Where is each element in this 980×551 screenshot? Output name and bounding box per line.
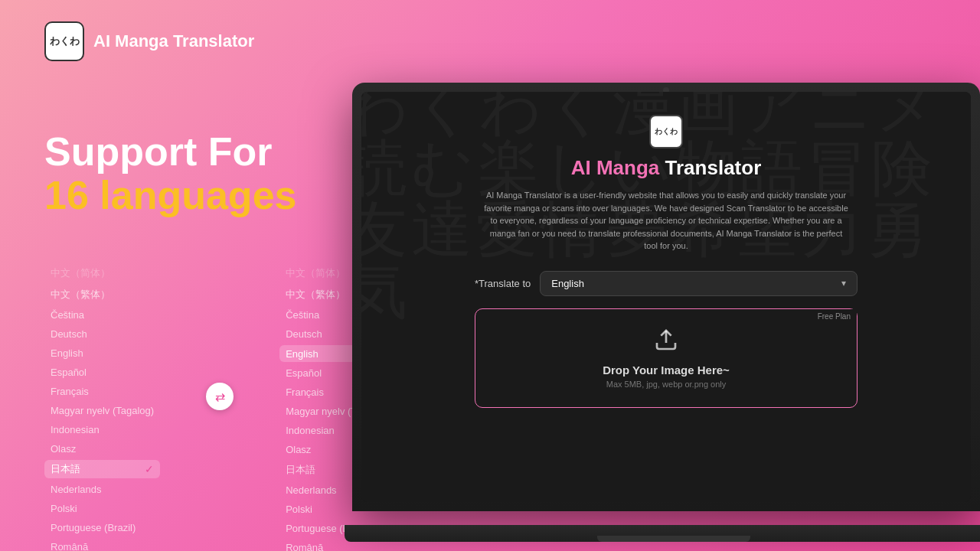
laptop-screen: わくわ AI Manga Translator AI Manga Transla… [361, 92, 971, 502]
laptop-mockup: わくわ AI Manga Translator AI Manga Transla… [352, 83, 980, 542]
laptop-screen-bezel: わくわ AI Manga Translator AI Manga Transla… [352, 83, 980, 511]
swap-button[interactable]: ⇄ [206, 383, 234, 410]
list-item[interactable]: Español [44, 364, 160, 380]
list-item[interactable]: Română [44, 539, 160, 551]
list-item[interactable]: 中文（简体） [44, 264, 160, 282]
drop-zone-text: Drop Your Image Here~ [603, 364, 730, 377]
list-item[interactable]: Nederlands [44, 481, 160, 497]
chevron-down-icon: ▾ [841, 278, 846, 289]
screen-title-white: Translator [665, 156, 762, 179]
logo-icon: わくわ [44, 21, 84, 61]
screen-app-title: AI Manga Translator [571, 156, 762, 180]
list-item[interactable]: Portuguese (Brazil) [44, 520, 160, 536]
logo-text: わくわ [50, 34, 80, 48]
language-column-1: 中文（简体）中文（繁体）ČeštinaDeutschEnglishEspañol… [44, 264, 160, 551]
app-name: AI Manga Translator [93, 31, 254, 51]
translate-label: *Translate to [475, 278, 531, 289]
list-item[interactable]: 中文（繁体） [44, 285, 160, 304]
language-dropdown[interactable]: English ▾ [540, 271, 858, 296]
language-lists: 中文（简体）中文（繁体）ČeštinaDeutschEnglishEspañol… [44, 264, 395, 551]
hero-section: Support For 16 languages [44, 130, 296, 217]
support-for-text: Support For [44, 130, 296, 174]
list-item[interactable]: Olasz [44, 441, 160, 457]
screen-content: わくわ AI Manga Translator AI Manga Transla… [361, 92, 971, 502]
selected-language: English [551, 278, 584, 289]
translate-row: *Translate to English ▾ [475, 271, 858, 296]
laptop-base [345, 525, 980, 542]
screen-title-pink: AI Manga [571, 156, 660, 179]
free-plan-badge: Free Plan [812, 309, 857, 324]
header: わくわ AI Manga Translator [44, 21, 254, 61]
image-drop-zone[interactable]: Free Plan Drop Your Image Here~ Max 5MB,… [475, 308, 858, 408]
drop-zone-subtext: Max 5MB, jpg, webp or.png only [606, 380, 727, 389]
languages-count-text: 16 languages [44, 174, 296, 217]
screen-description: AI Manga Translator is a user-friendly w… [482, 189, 850, 253]
list-item[interactable]: Magyar nyelv (Tagalog) [44, 403, 160, 419]
screen-logo: わくわ [649, 115, 683, 148]
list-item[interactable]: Français [44, 383, 160, 399]
upload-icon [654, 328, 678, 357]
list-item[interactable]: Čeština [44, 307, 160, 323]
list-item[interactable]: English [44, 345, 160, 361]
list-item[interactable]: 日本語✓ [44, 460, 160, 478]
list-item[interactable]: Deutsch [44, 326, 160, 342]
list-item[interactable]: Polski [44, 500, 160, 517]
list-item[interactable]: Indonesian [44, 422, 160, 438]
